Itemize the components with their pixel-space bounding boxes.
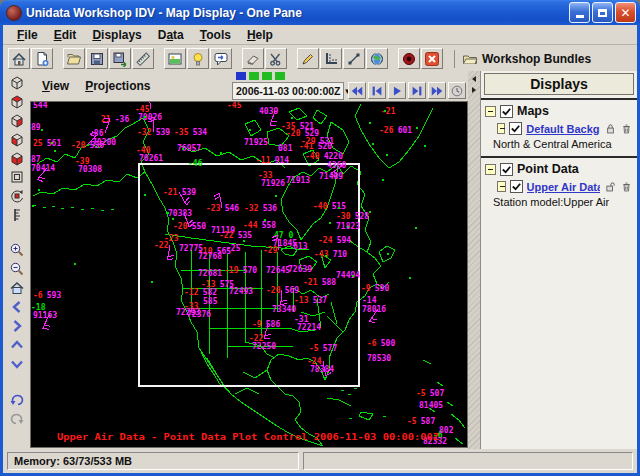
cube-right-button[interactable] (7, 111, 27, 129)
redo-button[interactable] (7, 409, 27, 427)
new-display-icon (34, 51, 50, 67)
split-pane-divider[interactable] (468, 71, 480, 449)
item-visibility-checkbox[interactable] (510, 180, 523, 193)
ruler-button[interactable] (132, 48, 154, 69)
cube-left-button[interactable] (7, 130, 27, 148)
station-text: -43 (314, 250, 329, 259)
time-step-square-2[interactable] (262, 72, 272, 80)
play-button[interactable] (388, 82, 406, 99)
collapse-item-button[interactable] (497, 123, 505, 134)
minimize-button[interactable] (569, 2, 590, 23)
connector-button[interactable] (343, 48, 365, 69)
pan-right-button[interactable] (7, 317, 27, 335)
station-text: -30 (336, 212, 351, 221)
collapse-point-data-button[interactable] (485, 164, 496, 175)
item-visibility-checkbox[interactable] (509, 122, 522, 135)
time-step-square-1[interactable] (249, 72, 259, 80)
undo-button[interactable] (7, 390, 27, 408)
station-text: 550 (192, 222, 207, 231)
square-2d-button[interactable] (7, 168, 27, 186)
home-view-button[interactable] (7, 279, 27, 297)
zoom-in-button[interactable] (7, 241, 27, 259)
wind-barb (167, 259, 173, 260)
menu-displays[interactable]: Displays (84, 26, 149, 44)
title-bar[interactable]: Unidata Workshop IDV - Map Display - One… (0, 0, 640, 25)
new-display-button[interactable] (31, 48, 53, 69)
record-button[interactable] (398, 48, 420, 69)
cube-wire-button[interactable] (7, 73, 27, 91)
animation-properties-button[interactable] (448, 82, 466, 99)
station-text: -20 (71, 141, 86, 150)
close-button[interactable] (421, 48, 443, 69)
collapse-maps-button[interactable] (485, 106, 496, 117)
menu-help[interactable]: Help (239, 26, 281, 44)
point-data-visibility-checkbox[interactable] (500, 163, 513, 176)
collapse-left-icon[interactable] (470, 75, 478, 83)
station-text: 4220 (324, 152, 343, 161)
tips-button[interactable] (187, 48, 209, 69)
menu-projections[interactable]: Projections (77, 77, 158, 95)
step-back-button[interactable] (368, 82, 386, 99)
data-explorer-button[interactable] (164, 48, 186, 69)
collapse-right-icon[interactable] (470, 86, 478, 94)
menu-file[interactable]: File (9, 26, 46, 44)
home-button[interactable] (8, 48, 30, 69)
menu-tools[interactable]: Tools (192, 26, 239, 44)
lock-open-icon[interactable] (604, 180, 617, 193)
wind-barb (168, 255, 174, 256)
support-button[interactable] (210, 48, 232, 69)
eraser-button[interactable] (242, 48, 264, 69)
default-background-link[interactable]: Default Backgroun... (526, 123, 600, 135)
angle-ruler-button[interactable] (320, 48, 342, 69)
rotate-button[interactable] (7, 187, 27, 205)
cube-top-button[interactable] (7, 92, 27, 110)
ruler-v-button[interactable] (7, 206, 27, 224)
globe-button[interactable] (366, 48, 388, 69)
minimize-icon (576, 15, 584, 18)
time-step-square-3[interactable] (275, 72, 285, 80)
lock-icon[interactable] (604, 122, 617, 135)
tb-play-icon (390, 84, 404, 98)
time-select-dropdown[interactable]: 2006-11-03 00:00:00Z ▼ (232, 82, 344, 100)
workshop-bundles-menu[interactable]: Workshop Bundles (462, 51, 591, 67)
scissors-button[interactable] (265, 48, 287, 69)
upper-air-data-link[interactable]: Upper Air Data - P... (527, 181, 600, 193)
station-text: -24 (318, 236, 333, 245)
station-text: -21 (163, 188, 178, 197)
go-to-last-frame-button[interactable] (428, 82, 446, 99)
zoom-out-button[interactable] (7, 260, 27, 278)
pan-down-button[interactable] (7, 355, 27, 373)
station-text: -32 (244, 204, 259, 213)
go-to-first-frame-button[interactable] (348, 82, 366, 99)
cube-left-icon (9, 131, 25, 147)
save-button[interactable] (86, 48, 108, 69)
pencil-button[interactable] (297, 48, 319, 69)
menu-data[interactable]: Data (150, 26, 192, 44)
station-text: -20 (286, 129, 301, 138)
map-speckle (41, 129, 43, 131)
menu-edit[interactable]: Edit (46, 26, 85, 44)
trash-icon[interactable] (620, 180, 633, 193)
map-canvas[interactable]: 54489255618770414-20556-397030821-36-867… (31, 102, 467, 447)
collapse-item-button[interactable] (497, 181, 506, 192)
maximize-button[interactable] (592, 2, 613, 23)
station-text: 539 (156, 128, 171, 137)
save-as-button[interactable] (109, 48, 131, 69)
pan-left-button[interactable] (7, 298, 27, 316)
support-icon (213, 51, 229, 67)
maps-visibility-checkbox[interactable] (500, 105, 513, 118)
trash-icon[interactable] (620, 122, 633, 135)
station-text: 72639 (288, 265, 312, 274)
map-speckle (182, 148, 184, 150)
map-display[interactable]: 54489255618770414-20556-397030821-36-867… (30, 101, 468, 448)
pan-up-icon (9, 337, 25, 353)
step-forward-button[interactable] (408, 82, 426, 99)
menu-view[interactable]: View (34, 77, 77, 95)
cube-front-button[interactable] (7, 149, 27, 167)
pan-up-button[interactable] (7, 336, 27, 354)
close-window-button[interactable]: ✕ (615, 2, 636, 23)
station-text: 71926 (261, 179, 285, 188)
maps-section: Maps Default Backgroun... North & Centra… (481, 98, 637, 156)
time-step-square-0[interactable] (236, 72, 246, 80)
open-button[interactable] (63, 48, 85, 69)
